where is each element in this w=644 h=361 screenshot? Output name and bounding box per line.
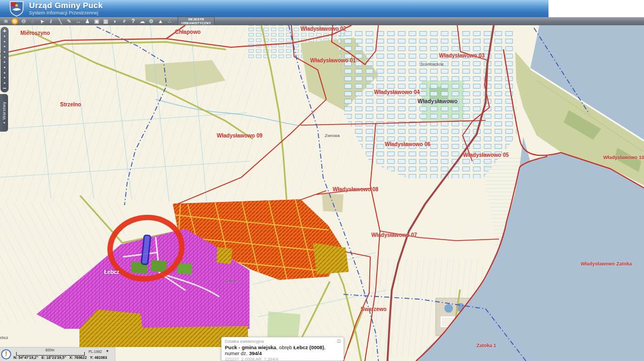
urban-register-line2: URBANISTYCZNY — [181, 21, 211, 25]
zoom-track[interactable] — [4, 34, 5, 85]
layers-icon[interactable]: ≋ — [2, 18, 10, 25]
parcel-number: 394/4 — [249, 350, 262, 356]
coord-e: E: 18°23'39,5" — [41, 356, 66, 359]
hatch-tool-icon[interactable]: /// — [120, 18, 128, 25]
data-table-icon[interactable]: ▦ — [102, 18, 109, 25]
layers-tab-arrow-icon: ◂ — [3, 120, 5, 124]
zoom-out-button[interactable]: − — [3, 85, 6, 91]
notice-icon[interactable]: ! — [1, 349, 11, 359]
app-title: Urząd Gminy Puck — [29, 1, 103, 10]
pointer-icon[interactable]: ➤ — [38, 18, 46, 25]
coord-x: X: 769622 — [69, 356, 86, 359]
parcel-panel-title: Działka ewidencyjna — [225, 339, 340, 344]
info-icon[interactable]: i — [47, 18, 55, 25]
parcel-identifier: 221107_2.0008.AR_7.394/4 — [225, 357, 340, 361]
crs-label: PL-1992 — [89, 350, 102, 353]
layers-panel-tab[interactable]: Warstwy ◂ — [0, 94, 8, 132]
measure-path-icon[interactable]: ✎ — [65, 18, 73, 25]
header-titles: Urząd Gminy Puck System Informacji Przes… — [29, 1, 103, 16]
parcel-precinct: Łebcz (0008) — [294, 344, 324, 350]
app-window: Urząd Gminy Puck System Informacji Przes… — [0, 0, 644, 361]
main-toolbar: ≋ ⊕ ⊖ ◌ ➤ i ╲ ✎ ↔ ♟ ▣ ▦ ◗ /// ? ☁ ⚙ ▲ ∴ … — [0, 17, 644, 25]
terrain-3d-icon[interactable]: ▲ — [157, 18, 164, 25]
app-header: Urząd Gminy Puck System Informacji Przes… — [0, 0, 644, 17]
layers-tab-label: Warstwy — [2, 102, 6, 120]
crs-dropdown-icon[interactable]: ▾ — [106, 349, 108, 353]
coord-y: Y: 461063 — [90, 356, 107, 359]
map-canvas[interactable]: Mieroszyno Chłapowo Władysławowo 02 Wład… — [0, 25, 644, 361]
settings-icon[interactable]: ⚙ — [148, 18, 155, 25]
cursor-coordinates: N: 54°47'19,2" E: 18°23'39,5" X: 769622 … — [13, 356, 114, 359]
scale-bar — [16, 352, 85, 356]
parcel-info-panel: Działka ewidencyjna ⊡ Puck - gmina wiejs… — [221, 337, 344, 361]
parcel-description: Puck - gmina wiejska, obręb Łebcz (0008)… — [225, 344, 340, 356]
parcel-municipality: Puck - gmina wiejska — [225, 344, 276, 350]
urban-register-line1: REJESTR — [181, 18, 211, 21]
urban-register-button[interactable]: REJESTR URBANISTYCZNY — [178, 17, 215, 26]
app-subtitle: System Informacji Przestrzennej — [29, 10, 103, 16]
help-icon[interactable]: ? — [129, 18, 137, 25]
download-cloud-icon[interactable]: ☁ — [138, 18, 146, 25]
expand-panel-icon[interactable]: ⊡ — [336, 338, 341, 344]
map-graphics — [0, 25, 644, 361]
zoom-slider: + − — [1, 27, 9, 92]
scale-label: 600m — [16, 348, 84, 352]
street-view-icon[interactable]: ♟ — [84, 18, 91, 25]
pan-icon[interactable]: ↔ — [75, 18, 82, 25]
parcel-sep1: , obręb — [276, 344, 294, 350]
comment-icon[interactable]: ◗ — [111, 18, 119, 25]
coord-n: N: 54°47'19,2" — [13, 356, 38, 359]
select-area-icon[interactable]: ◌ — [29, 18, 36, 25]
statistics-icon[interactable]: ∴ — [166, 18, 173, 25]
status-bar: ! 600m PL-1992 ▾ N: 54°47'19,2" E: 18°23… — [0, 347, 115, 361]
zoom-in-button[interactable]: + — [3, 28, 6, 34]
zoom-in-icon[interactable]: ⊕ — [11, 18, 18, 25]
coat-of-arms-logo — [9, 1, 25, 17]
measure-line-icon[interactable]: ╲ — [56, 18, 64, 25]
zoom-out-icon[interactable]: ⊖ — [20, 18, 27, 25]
print-frame-icon[interactable]: ▣ — [93, 18, 100, 25]
pointer-glyph: ➤ — [38, 18, 45, 25]
